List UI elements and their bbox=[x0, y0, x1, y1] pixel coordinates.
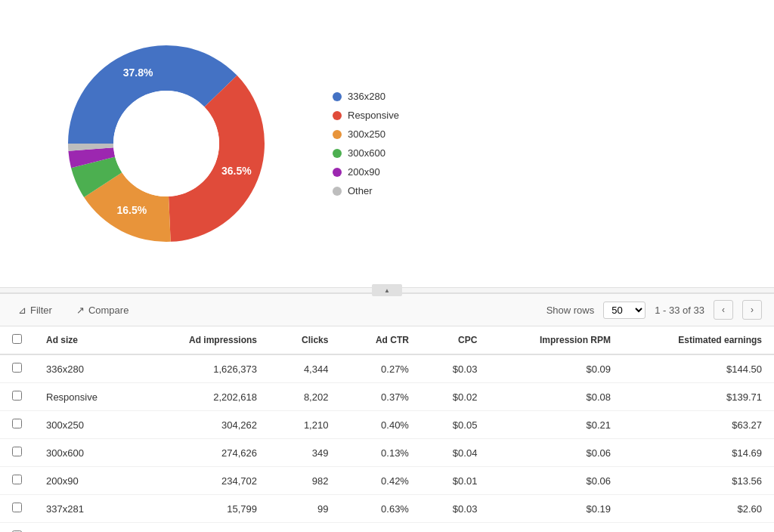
compare-icon: ↗ bbox=[76, 305, 85, 316]
cell-cpc: $0.04 bbox=[421, 439, 489, 467]
data-table: Ad size Ad impressions Clicks Ad CTR CPC… bbox=[0, 326, 774, 532]
cell-cpc: $0.05 bbox=[421, 411, 489, 439]
cell-ctr: 0.13% bbox=[340, 439, 421, 467]
table-row: 336x2801,626,3734,3440.27%$0.03$0.09$144… bbox=[0, 354, 774, 383]
cell-ad-size: 337x281 bbox=[34, 495, 140, 523]
legend-item-300x250: 300x250 bbox=[333, 128, 399, 140]
cell-cpc: $0.02 bbox=[421, 383, 489, 411]
cell-clicks: 4,344 bbox=[269, 354, 340, 383]
table-body: 336x2801,626,3734,3440.27%$0.03$0.09$144… bbox=[0, 354, 774, 532]
row-checkbox[interactable] bbox=[12, 391, 22, 401]
filter-label: Filter bbox=[30, 305, 52, 316]
cell-cpc: $0.03 bbox=[421, 495, 489, 523]
cell-clicks: 8,202 bbox=[269, 383, 340, 411]
cell-cpc: $0.04 bbox=[421, 523, 489, 533]
header-earnings: Estimated earnings bbox=[623, 326, 774, 354]
toolbar: ⊿ Filter ↗ Compare Show rows 50 100 200 … bbox=[0, 293, 774, 326]
row-checkbox[interactable] bbox=[12, 503, 22, 512]
cell-rpm: $0.25 bbox=[489, 523, 623, 533]
cell-cpc: $0.03 bbox=[421, 354, 489, 383]
legend-item-200x90: 200x90 bbox=[333, 166, 399, 178]
legend-label: Responsive bbox=[348, 110, 399, 121]
row-checkbox[interactable] bbox=[12, 447, 22, 456]
cell-impressions: 234,702 bbox=[140, 467, 269, 495]
segment-label-Responsive: 36.5% bbox=[221, 165, 252, 177]
divider-handle[interactable]: ▲ bbox=[372, 284, 402, 296]
cell-ad-size: 300x250 bbox=[34, 411, 140, 439]
cell-ad-size: 600x280 bbox=[34, 523, 140, 533]
cell-rpm: $0.19 bbox=[489, 495, 623, 523]
table-row: 200x90234,7029820.42%$0.01$0.06$13.56 bbox=[0, 467, 774, 495]
legend-dot bbox=[333, 92, 342, 101]
legend-item-336x280: 336x280 bbox=[333, 91, 399, 102]
header-row: Ad size Ad impressions Clicks Ad CTR CPC… bbox=[0, 326, 774, 354]
toolbar-left: ⊿ Filter ↗ Compare bbox=[12, 302, 135, 319]
cell-rpm: $0.06 bbox=[489, 439, 623, 467]
legend-label: 300x600 bbox=[348, 147, 385, 159]
divider-bar: ▲ bbox=[0, 287, 774, 293]
cell-clicks: 46 bbox=[269, 523, 340, 533]
cell-ad-size: 336x280 bbox=[34, 354, 140, 383]
legend-label: 336x280 bbox=[348, 91, 385, 102]
row-checkbox[interactable] bbox=[12, 363, 22, 373]
legend-label: Other bbox=[348, 185, 373, 196]
compare-button[interactable]: ↗ Compare bbox=[70, 302, 135, 319]
cell-earnings: $2.60 bbox=[623, 495, 774, 523]
cell-ctr: 0.40% bbox=[340, 411, 421, 439]
cell-earnings: $139.71 bbox=[623, 383, 774, 411]
cell-ctr: 0.63% bbox=[340, 495, 421, 523]
cell-impressions: 1,626,373 bbox=[140, 354, 269, 383]
rows-per-page-select[interactable]: 50 100 200 bbox=[603, 302, 646, 319]
row-checkbox[interactable] bbox=[12, 419, 22, 428]
cell-impressions: 304,262 bbox=[140, 411, 269, 439]
legend-item-other: Other bbox=[333, 185, 399, 196]
table-row: 300x250304,2621,2100.40%$0.05$0.21$63.27 bbox=[0, 411, 774, 439]
legend-dot bbox=[333, 168, 342, 177]
table-row: 300x600274,6263490.13%$0.04$0.06$14.69 bbox=[0, 439, 774, 467]
cell-ctr: 0.43% bbox=[340, 523, 421, 533]
cell-ctr: 0.42% bbox=[340, 467, 421, 495]
cell-impressions: 15,799 bbox=[140, 495, 269, 523]
cell-impressions: 2,202,618 bbox=[140, 383, 269, 411]
prev-page-button[interactable]: ‹ bbox=[714, 300, 733, 320]
legend-label: 300x250 bbox=[348, 128, 385, 140]
select-all-checkbox[interactable] bbox=[12, 334, 22, 344]
legend-label: 200x90 bbox=[348, 166, 380, 178]
legend-dot bbox=[333, 111, 342, 120]
cell-ctr: 0.37% bbox=[340, 383, 421, 411]
table-header: Ad size Ad impressions Clicks Ad CTR CPC… bbox=[0, 326, 774, 354]
table-section: ⊿ Filter ↗ Compare Show rows 50 100 200 … bbox=[0, 293, 774, 532]
next-page-button[interactable]: › bbox=[742, 300, 762, 320]
cell-earnings: $63.27 bbox=[623, 411, 774, 439]
header-checkbox-col bbox=[0, 326, 34, 354]
row-checkbox[interactable] bbox=[12, 475, 22, 484]
legend-dot bbox=[333, 149, 342, 158]
segment-label-300x250: 16.5% bbox=[116, 204, 147, 216]
legend-item-responsive: Responsive bbox=[333, 110, 399, 121]
cell-impressions: 10,728 bbox=[140, 523, 269, 533]
cell-clicks: 982 bbox=[269, 467, 340, 495]
cell-clicks: 99 bbox=[269, 495, 340, 523]
cell-rpm: $0.06 bbox=[489, 467, 623, 495]
header-ad-size: Ad size bbox=[34, 326, 140, 354]
cell-ctr: 0.27% bbox=[340, 354, 421, 383]
cell-earnings: $13.56 bbox=[623, 467, 774, 495]
header-impressions: Ad impressions bbox=[140, 326, 269, 354]
filter-button[interactable]: ⊿ Filter bbox=[12, 302, 58, 319]
cell-cpc: $0.01 bbox=[421, 467, 489, 495]
cell-earnings: $2.03 bbox=[623, 523, 774, 533]
legend-item-300x600: 300x600 bbox=[333, 147, 399, 159]
cell-ad-size: 300x600 bbox=[34, 439, 140, 467]
show-rows-label: Show rows bbox=[546, 305, 595, 316]
cell-ad-size: Responsive bbox=[34, 383, 140, 411]
cell-rpm: $0.21 bbox=[489, 411, 623, 439]
segment-label-336x280: 37.8% bbox=[123, 66, 153, 79]
table-row: 337x28115,799990.63%$0.03$0.19$2.60 bbox=[0, 495, 774, 523]
legend-dot bbox=[333, 130, 342, 139]
chart-section: 37.8%36.5%16.5% 336x280Responsive300x250… bbox=[0, 0, 774, 287]
header-cpc: CPC bbox=[421, 326, 489, 354]
cell-ad-size: 200x90 bbox=[34, 467, 140, 495]
legend-dot bbox=[333, 187, 342, 196]
header-ctr: Ad CTR bbox=[340, 326, 421, 354]
table-row: Responsive2,202,6188,2020.37%$0.02$0.08$… bbox=[0, 383, 774, 411]
